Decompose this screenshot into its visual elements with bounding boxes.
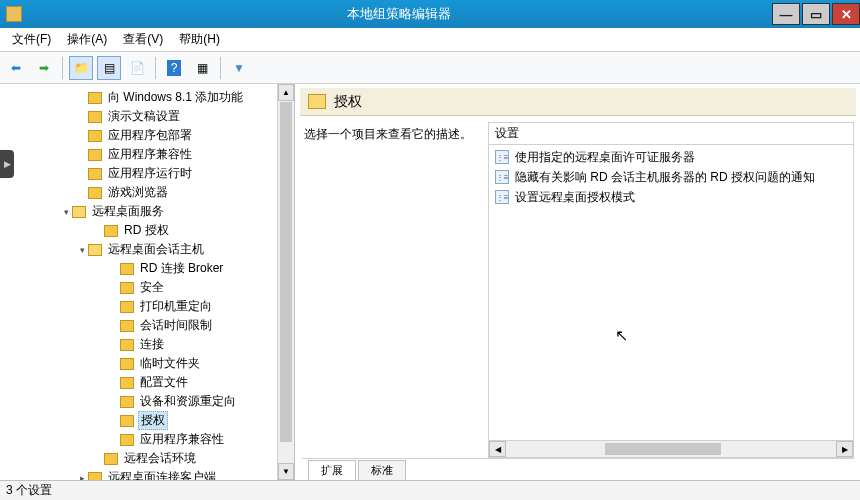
scroll-left-button[interactable]: ◀ bbox=[489, 441, 506, 457]
tree-item-label: 连接 bbox=[138, 336, 166, 353]
folder-icon bbox=[72, 206, 86, 218]
folder-icon bbox=[120, 396, 134, 408]
tree-item[interactable]: ▸远程桌面连接客户端 bbox=[0, 468, 277, 480]
view-tabs: 扩展 标准 bbox=[302, 458, 854, 480]
tree-item-label: 远程桌面连接客户端 bbox=[106, 469, 218, 480]
tree-item[interactable]: 应用程序兼容性 bbox=[0, 430, 277, 449]
tree-item[interactable]: 安全 bbox=[0, 278, 277, 297]
menu-action[interactable]: 操作(A) bbox=[59, 29, 115, 50]
tree-item[interactable]: 授权 bbox=[0, 411, 277, 430]
export-button[interactable]: 📄 bbox=[125, 56, 149, 80]
tab-standard[interactable]: 标准 bbox=[358, 460, 406, 480]
side-panel-toggle[interactable]: ▶ bbox=[0, 150, 14, 178]
folder-icon bbox=[120, 282, 134, 294]
scroll-right-button[interactable]: ▶ bbox=[836, 441, 853, 457]
details-header: 授权 bbox=[300, 88, 856, 116]
scroll-up-button[interactable]: ▲ bbox=[278, 84, 294, 101]
folder-icon bbox=[88, 130, 102, 142]
column-header-setting[interactable]: 设置 bbox=[489, 123, 853, 145]
folder-icon bbox=[120, 434, 134, 446]
tree-item[interactable]: 配置文件 bbox=[0, 373, 277, 392]
title-bar: 本地组策略编辑器 — ▭ ✕ bbox=[0, 0, 860, 28]
setting-label: 使用指定的远程桌面许可证服务器 bbox=[515, 149, 695, 166]
tree-item[interactable]: 会话时间限制 bbox=[0, 316, 277, 335]
minimize-button[interactable]: — bbox=[772, 3, 800, 25]
up-button[interactable]: 📁 bbox=[69, 56, 93, 80]
tree-item-label: 应用程序运行时 bbox=[106, 165, 194, 182]
status-bar: 3 个设置 bbox=[0, 480, 860, 500]
app-icon bbox=[6, 6, 22, 22]
separator bbox=[220, 57, 221, 79]
tree-item[interactable]: ▾远程桌面会话主机 bbox=[0, 240, 277, 259]
setting-row[interactable]: ⋮≡隐藏有关影响 RD 会话主机服务器的 RD 授权问题的通知 bbox=[489, 167, 853, 187]
setting-row[interactable]: ⋮≡使用指定的远程桌面许可证服务器 bbox=[489, 147, 853, 167]
tree-item[interactable]: RD 连接 Broker bbox=[0, 259, 277, 278]
tree-item-label: 设备和资源重定向 bbox=[138, 393, 238, 410]
content-area: 选择一个项目来查看它的描述。 设置 ⋮≡使用指定的远程桌面许可证服务器⋮≡隐藏有… bbox=[296, 116, 860, 458]
export-icon: 📄 bbox=[130, 61, 145, 75]
tree-item[interactable]: 应用程序兼容性 bbox=[0, 145, 277, 164]
folder-icon bbox=[120, 415, 134, 427]
tree-item-label: 远程桌面服务 bbox=[90, 203, 166, 220]
tree-item[interactable]: 游戏浏览器 bbox=[0, 183, 277, 202]
maximize-button[interactable]: ▭ bbox=[802, 3, 830, 25]
tree-item-label: 游戏浏览器 bbox=[106, 184, 170, 201]
tree-item-label: 远程桌面会话主机 bbox=[106, 241, 206, 258]
filter-button[interactable]: ▼ bbox=[227, 56, 251, 80]
folder-icon bbox=[308, 94, 326, 109]
tree-item[interactable]: 临时文件夹 bbox=[0, 354, 277, 373]
tree-icon: ▤ bbox=[104, 61, 115, 75]
scroll-down-button[interactable]: ▼ bbox=[278, 463, 294, 480]
horizontal-scrollbar[interactable]: ◀ ▶ bbox=[489, 440, 853, 457]
menu-help[interactable]: 帮助(H) bbox=[171, 29, 228, 50]
tree-item-label: 临时文件夹 bbox=[138, 355, 202, 372]
details-title: 授权 bbox=[334, 93, 362, 111]
tree-item[interactable]: 设备和资源重定向 bbox=[0, 392, 277, 411]
tree-item-label: 应用程序兼容性 bbox=[106, 146, 194, 163]
scroll-track[interactable] bbox=[506, 441, 836, 457]
window-title: 本地组策略编辑器 bbox=[28, 5, 770, 23]
tree-item-label: 远程会话环境 bbox=[122, 450, 198, 467]
arrow-right-icon: ➡ bbox=[39, 61, 49, 75]
show-tree-button[interactable]: ▤ bbox=[97, 56, 121, 80]
expander-icon[interactable]: ▸ bbox=[76, 473, 88, 481]
folder-icon bbox=[120, 358, 134, 370]
tree-item[interactable]: 连接 bbox=[0, 335, 277, 354]
tree-item-label: 配置文件 bbox=[138, 374, 190, 391]
tree-item-label: RD 连接 Broker bbox=[138, 260, 225, 277]
menu-view[interactable]: 查看(V) bbox=[115, 29, 171, 50]
close-button[interactable]: ✕ bbox=[832, 3, 860, 25]
tree-item[interactable]: ▾远程桌面服务 bbox=[0, 202, 277, 221]
expander-icon[interactable]: ▾ bbox=[60, 207, 72, 217]
forward-button[interactable]: ➡ bbox=[32, 56, 56, 80]
tree-scrollbar[interactable]: ▲ ▼ bbox=[277, 84, 294, 480]
tree-item-label: RD 授权 bbox=[122, 222, 171, 239]
scroll-thumb[interactable] bbox=[605, 443, 721, 455]
list-body: ⋮≡使用指定的远程桌面许可证服务器⋮≡隐藏有关影响 RD 会话主机服务器的 RD… bbox=[489, 145, 853, 440]
expander-icon[interactable]: ▾ bbox=[76, 245, 88, 255]
tree-item-label: 应用程序包部署 bbox=[106, 127, 194, 144]
tree-item[interactable]: 应用程序运行时 bbox=[0, 164, 277, 183]
arrow-left-icon: ⬅ bbox=[11, 61, 21, 75]
tree-item[interactable]: 演示文稿设置 bbox=[0, 107, 277, 126]
folder-icon bbox=[120, 301, 134, 313]
tree-pane: 向 Windows 8.1 添加功能演示文稿设置应用程序包部署应用程序兼容性应用… bbox=[0, 84, 295, 480]
help-icon: ? bbox=[167, 60, 182, 76]
back-button[interactable]: ⬅ bbox=[4, 56, 28, 80]
menu-file[interactable]: 文件(F) bbox=[4, 29, 59, 50]
scroll-thumb[interactable] bbox=[280, 102, 292, 442]
tree-item[interactable]: RD 授权 bbox=[0, 221, 277, 240]
options-button[interactable]: ▦ bbox=[190, 56, 214, 80]
setting-row[interactable]: ⋮≡设置远程桌面授权模式 bbox=[489, 187, 853, 207]
folder-up-icon: 📁 bbox=[74, 61, 89, 75]
tab-extended[interactable]: 扩展 bbox=[308, 460, 356, 480]
help-button[interactable]: ? bbox=[162, 56, 186, 80]
tree-item[interactable]: 应用程序包部署 bbox=[0, 126, 277, 145]
settings-list: 设置 ⋮≡使用指定的远程桌面许可证服务器⋮≡隐藏有关影响 RD 会话主机服务器的… bbox=[488, 122, 854, 458]
tree-item-label: 应用程序兼容性 bbox=[138, 431, 226, 448]
tree-view[interactable]: 向 Windows 8.1 添加功能演示文稿设置应用程序包部署应用程序兼容性应用… bbox=[0, 84, 277, 480]
folder-icon bbox=[104, 225, 118, 237]
tree-item[interactable]: 向 Windows 8.1 添加功能 bbox=[0, 88, 277, 107]
tree-item[interactable]: 打印机重定向 bbox=[0, 297, 277, 316]
tree-item[interactable]: 远程会话环境 bbox=[0, 449, 277, 468]
